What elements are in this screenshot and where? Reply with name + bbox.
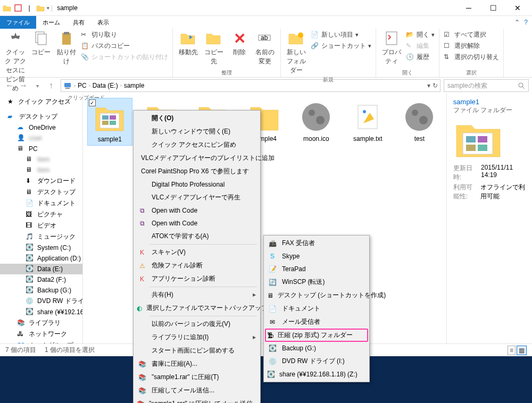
ctx-new-window[interactable]: 新しいウィンドウで開く(E) [135, 125, 259, 138]
ctx-atok[interactable]: ATOKで学習する(A) [135, 230, 259, 243]
ctx-corel[interactable]: Corel PaintShop Pro X6 で参照します [135, 165, 259, 178]
nav-tree[interactable]: ★クイック アクセス ▰デスクトップ ☁OneDrive 👤User 🖥PC 🖥… [0, 94, 83, 343]
file-item[interactable]: sample.txt [345, 98, 390, 146]
tree-drive-e[interactable]: 💽Data (E:) [0, 264, 82, 274]
select-none-button[interactable]: ☐選択解除 [443, 41, 500, 51]
chevron-down-icon[interactable]: ▾ [47, 5, 49, 11]
tab-file[interactable]: ファイル [0, 16, 36, 29]
ctx-open[interactable]: 開く(O) [135, 112, 259, 125]
delete-button[interactable]: ✕削除 [227, 30, 252, 57]
paste-button[interactable]: 貼り付け [54, 30, 79, 66]
new-folder-button[interactable]: 新しいフォルダー [284, 30, 309, 75]
ctx-rar-sample1-mail[interactable]: 📚"sample1.rar" に圧縮してメール送信 [135, 397, 259, 403]
paste-shortcut-button[interactable]: 📎ショートカットの貼り付け [80, 52, 169, 62]
tree-downloads[interactable]: ⬇ダウンロード [0, 175, 82, 187]
new-item-button[interactable]: 📄新しい項目 ▾ [310, 30, 372, 40]
ctx-app-diag[interactable]: Kアプリケーション診断 [135, 272, 259, 286]
tree-user[interactable]: 👤User [0, 133, 82, 144]
ctx2-zip-folder[interactable]: 🗜圧縮 (zip 形式) フォルダー [265, 329, 368, 342]
crumb[interactable]: sample [124, 82, 145, 89]
tree-library[interactable]: 📚ライブラリ [0, 317, 82, 329]
ctx2-dvd[interactable]: 💿DVD RW ドライブ (I:) [265, 355, 368, 368]
ctx-restore-version[interactable]: 以前のバージョンの復元(V) [135, 317, 259, 331]
cut-button[interactable]: ✂切り取り [80, 30, 169, 40]
move-to-button[interactable]: 移動先 [176, 30, 201, 57]
tree-homegroup[interactable]: 👥ホームグループ [0, 340, 82, 343]
ctx-scan[interactable]: Kスキャン(V) [135, 246, 259, 259]
tree-item[interactable]: 🖥Item [0, 165, 82, 175]
tree-drive-f[interactable]: 💽Data2 (F:) [0, 274, 82, 285]
new-shortcut-button[interactable]: 🔗ショートカット ▾ [310, 41, 372, 51]
ctx-open-code[interactable]: ⧉Open with Code [135, 217, 259, 230]
ctx2-terapad[interactable]: 📝TeraPad [265, 263, 368, 275]
ctx-add-library[interactable]: ライブラリに追加(I) [135, 331, 259, 344]
open-button[interactable]: 📂開く ▾ [405, 30, 436, 40]
copy-path-button[interactable]: 📋パスのコピー [80, 41, 169, 51]
tree-dvd[interactable]: 💿DVD RW ドライブ (I:) [0, 296, 82, 307]
ctx-rar-archive[interactable]: 📚書庫に圧縮(A)... [135, 357, 259, 371]
rename-button[interactable]: ab名前の変更 [253, 30, 277, 66]
ctx-smart-backup[interactable]: ◐選択したファイルでスマートバックアップを作成 [135, 301, 259, 315]
tree-drive-c[interactable]: 💽System (C:) [0, 242, 82, 253]
ctx-pin-quick-access[interactable]: クイック アクセスにピン留め [135, 138, 259, 152]
ctx-share[interactable]: 共有(H) [135, 288, 259, 301]
tree-drive-g[interactable]: 💽Backup (G:) [0, 285, 82, 296]
file-item[interactable]: moon.ico [294, 98, 339, 146]
tree-quick-access[interactable]: ★クイック アクセス [0, 96, 82, 108]
checkbox-icon[interactable]: ✓ [89, 99, 96, 106]
crumb[interactable]: Data (E:) [93, 82, 118, 89]
ctx2-mail[interactable]: ✉メール受信者 [265, 315, 368, 329]
ctx2-skype[interactable]: SSkype [265, 250, 368, 263]
properties-button[interactable]: プロパティ [379, 30, 404, 66]
view-details-icon[interactable]: ≡ [508, 346, 516, 355]
search-input[interactable]: sampleの検索 [444, 79, 529, 92]
ctx2-desktop[interactable]: 🖥デスクトップ (ショートカットを作成) [265, 289, 368, 302]
tree-item[interactable]: 🖥Item [0, 154, 82, 165]
maximize-button[interactable]: ☐ [481, 1, 505, 15]
ctx2-share[interactable]: 💽share (¥¥192.168.1.18) (Z:) [265, 368, 368, 381]
edit-button[interactable]: ✎編集 [405, 41, 436, 51]
tree-pictures[interactable]: 🖼ピクチャ [0, 209, 82, 220]
up-button[interactable]: ↑ [45, 79, 57, 92]
copy-button[interactable]: コピー [29, 30, 53, 57]
ctx-pin-start[interactable]: スタート画面にピン留めする [135, 344, 259, 357]
ctx-dpp[interactable]: Digital Photo Professional [135, 178, 259, 191]
copy-to-button[interactable]: コピー先 [202, 30, 226, 66]
tree-share[interactable]: 💽share (¥¥192.168.1.18) (Z:) [0, 307, 82, 317]
file-item[interactable]: ✓ sample1 [87, 98, 132, 146]
minimize-button[interactable]: ─ [456, 1, 481, 15]
tree-documents[interactable]: 📄ドキュメント [0, 198, 82, 209]
tree-videos[interactable]: 🎞ビデオ [0, 220, 82, 231]
ctx-rar-sample1[interactable]: 📚"sample1.rar" に圧縮(T) [135, 371, 259, 384]
tree-network[interactable]: 🖧ネットワーク [0, 329, 82, 340]
ctx-danger-diag[interactable]: ⚠危険ファイル診断 [135, 259, 259, 272]
expand-ribbon-icon[interactable]: ⌃ [514, 19, 520, 26]
ctx-open-code[interactable]: ⧉Open with Code [135, 204, 259, 217]
ctx-vlc-playlist[interactable]: VLCメディアプレイヤーのプレイリストに追加 [135, 152, 259, 165]
tree-pc[interactable]: 🖥PC [0, 144, 82, 154]
tab-share[interactable]: 共有 [66, 16, 91, 29]
tab-view[interactable]: 表示 [91, 16, 115, 29]
select-all-button[interactable]: ☑すべて選択 [443, 30, 500, 40]
tree-drive-d[interactable]: 💽Application (D:) [0, 253, 82, 264]
forward-button[interactable]: → [17, 79, 30, 92]
view-icons-icon[interactable]: ▦ [517, 346, 527, 355]
tab-home[interactable]: ホーム [36, 16, 66, 29]
invert-selection-button[interactable]: ⇅選択の切り替え [443, 52, 500, 62]
history-button[interactable]: 🕓履歴 [405, 52, 436, 62]
ctx2-backup[interactable]: 💽Backup (G:) [265, 342, 368, 355]
ctx2-winscp[interactable]: 🔄WinSCP (転送) [265, 275, 368, 289]
ctx-vlc-play[interactable]: VLCメディアプレイヤーで再生 [135, 191, 259, 204]
crumb[interactable]: PC [78, 82, 87, 89]
tree-onedrive[interactable]: ☁OneDrive [0, 122, 82, 133]
dropdown-icon[interactable]: ▾ [427, 82, 430, 89]
refresh-icon[interactable]: ↻ [433, 82, 438, 89]
close-button[interactable]: ✕ [505, 1, 530, 15]
back-button[interactable]: ← [3, 79, 16, 92]
tree-desktop[interactable]: ▰デスクトップ [0, 111, 82, 122]
breadcrumb[interactable]: › PC › Data (E:) › sample ▾ ↻ [61, 79, 440, 92]
ctx2-fax[interactable]: 📠FAX 受信者 [265, 237, 368, 250]
ctx2-documents[interactable]: 📄ドキュメント [265, 302, 368, 315]
history-dropdown[interactable]: ▾ [31, 79, 44, 92]
ctx-rar-mail[interactable]: 📚圧縮してメール送信... [135, 384, 259, 397]
